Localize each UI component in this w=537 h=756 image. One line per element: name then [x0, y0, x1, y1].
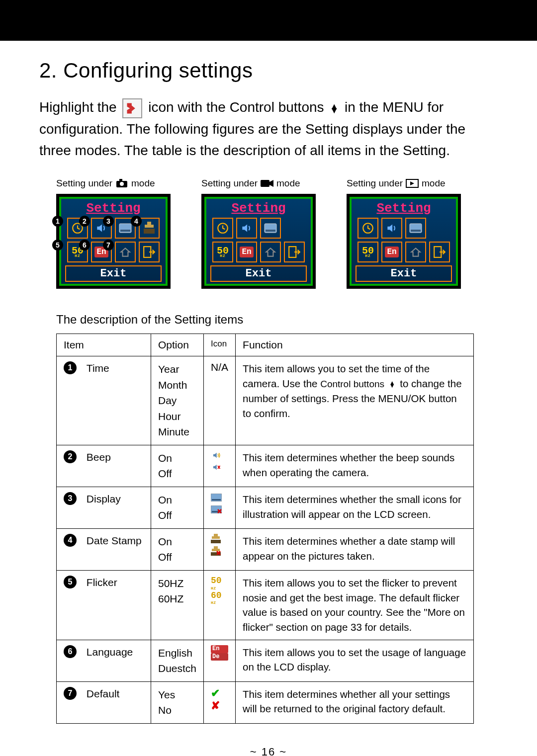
item-name: Display	[87, 492, 121, 505]
svg-rect-5	[120, 230, 130, 232]
flicker-60-num: 60	[211, 590, 228, 601]
mode-caption-suffix: mode	[276, 178, 300, 189]
num-badge: 3	[64, 492, 77, 505]
option-cell: Year Month Day Hour Minute	[151, 356, 204, 445]
display-off-icon	[211, 504, 228, 516]
beep-icons	[211, 450, 228, 474]
lcd-grid: 50HZ En	[358, 218, 450, 262]
table-row: 6 Language English Duestch En De This it…	[57, 640, 474, 681]
option-cell: On Off	[151, 487, 204, 528]
flicker-50-num: 50	[211, 576, 228, 586]
svg-rect-24	[214, 534, 218, 536]
datestamp-icons	[211, 534, 228, 559]
flicker-50-icon: 50HZ	[211, 576, 228, 590]
option-cell: English Duestch	[151, 640, 204, 681]
item-cell: 7 Default	[57, 681, 151, 723]
stamp-on-icon	[211, 534, 228, 546]
svg-rect-28	[212, 549, 220, 551]
svg-point-2	[120, 182, 124, 186]
svg-rect-18	[411, 230, 421, 232]
x-icon: ✘	[211, 699, 228, 712]
col-item: Item	[57, 334, 151, 356]
flicker-60-icon: 60HZ	[211, 590, 228, 605]
mode-caption-prefix: Setting under	[56, 178, 112, 189]
item-cell: 5 Flicker	[57, 570, 151, 640]
wrench-icon	[122, 98, 142, 118]
settings-table: Item Option Icon Function 1 Time Year Mo…	[56, 334, 474, 723]
lang-de-icon: De	[211, 653, 228, 661]
item-cell: 6 Language	[57, 640, 151, 681]
lcd-exit-icon	[429, 242, 450, 262]
display-icons	[211, 492, 228, 516]
svg-rect-1	[119, 179, 122, 181]
svg-rect-27	[214, 546, 218, 549]
icon-cell: N/A	[204, 356, 236, 445]
lcd-screen: Setting 50HZ En Exit	[347, 194, 461, 289]
playback-icon	[406, 178, 419, 188]
function-cell: This item allows you to set the time of …	[236, 356, 474, 445]
header-bar	[0, 0, 537, 41]
lcd-time-icon	[212, 218, 233, 239]
item-cell: 2 Beep	[57, 445, 151, 487]
flicker-hz: HZ	[211, 586, 228, 590]
item-cell: 3 Display	[57, 487, 151, 528]
flicker-hz: HZ	[211, 600, 228, 605]
item-name: Date Stamp	[87, 534, 142, 547]
item-name: Language	[87, 645, 133, 658]
svg-rect-6	[147, 222, 151, 225]
lcd-exit-icon	[139, 242, 160, 262]
table-row: 5 Flicker 50HZ 60HZ 50HZ 60HZ This item …	[57, 570, 474, 640]
icon-cell	[204, 487, 236, 528]
lcd-datestamp-icon	[139, 218, 160, 239]
col-option: Option	[151, 334, 204, 356]
page-title: 2. Configuring settings	[39, 59, 498, 83]
lcd-beep-icon	[236, 218, 257, 239]
lcd-inner: Setting 50HZ En Exit	[350, 197, 458, 286]
item-name: Flicker	[87, 576, 117, 588]
option-cell: On Off	[151, 445, 204, 487]
option-cell: 50HZ 60HZ	[151, 570, 204, 640]
lcd-language-icon: En	[236, 242, 257, 262]
svg-rect-10	[261, 180, 269, 187]
mode-caption-prefix: Setting under	[347, 178, 403, 189]
lcd-default-icon	[115, 242, 136, 262]
intro-text-1: Highlight the	[39, 99, 120, 115]
updown-icon	[330, 104, 339, 112]
lcd-title: Setting	[86, 201, 140, 216]
table-header-row: Item Option Icon Function	[57, 334, 474, 356]
svg-rect-21	[212, 499, 221, 501]
lcd-flicker-icon: 50HZ	[358, 242, 378, 262]
lcd-empty	[284, 218, 305, 239]
function-cell: This item determines whether the small i…	[236, 487, 474, 528]
lcd-en-text: En	[385, 247, 398, 257]
lcd-language-icon: En	[381, 242, 402, 262]
lcd-time-icon	[358, 218, 378, 239]
svg-rect-13	[266, 230, 275, 232]
lcd-screen: Setting 50HZ En Exit	[201, 194, 316, 289]
lcd-title: Setting	[231, 201, 285, 216]
num-badge: 5	[64, 576, 77, 588]
mode-caption: Setting under mode	[201, 178, 321, 189]
icon-cell: En De	[204, 640, 236, 681]
item-name: Default	[87, 687, 120, 700]
icon-cell: 50HZ 60HZ	[204, 570, 236, 640]
lcd-grid: 50HZ En	[212, 218, 305, 262]
content-card: 2. Configuring settings Highlight the ic…	[27, 41, 510, 756]
language-icons: En De	[211, 645, 228, 661]
num-badge: 4	[64, 534, 77, 547]
svg-rect-26	[211, 540, 221, 543]
lcd-title: Setting	[376, 201, 431, 216]
default-icons: ✔ ✘	[211, 687, 228, 712]
svg-rect-7	[145, 225, 154, 228]
table-row: 4 Date Stamp On Off This item determines…	[57, 528, 474, 570]
lcd-display-icon	[405, 218, 426, 239]
num-badge: 7	[64, 687, 77, 700]
mode-column: Setting under mode Setting	[201, 178, 321, 289]
stamp-off-icon	[211, 546, 228, 559]
function-cell: This item determines whether a date stam…	[236, 528, 474, 570]
camera-icon	[115, 178, 128, 188]
icon-cell	[204, 445, 236, 487]
table-caption: The description of the Setting items	[56, 313, 498, 327]
lcd-wrap: 1 2 3 4 5 6 7 Setting	[56, 194, 176, 289]
lcd-default-icon	[260, 242, 281, 262]
